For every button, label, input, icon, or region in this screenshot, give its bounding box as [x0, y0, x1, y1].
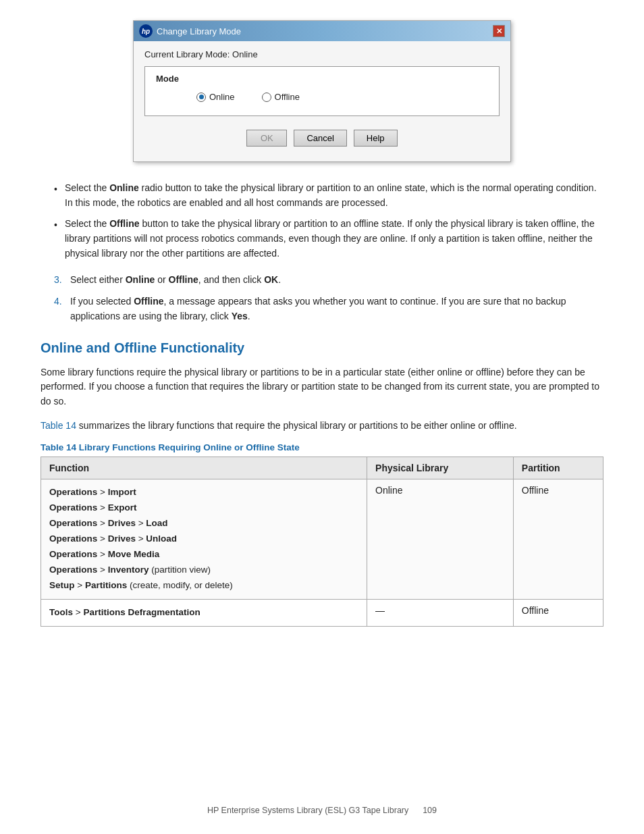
dialog-buttons: OK Cancel Help	[144, 126, 500, 153]
section-body: Some library functions require the physi…	[41, 365, 603, 409]
step-4: 4. If you selected Offline, a message ap…	[41, 294, 603, 323]
radio-offline[interactable]: Offline	[262, 92, 300, 102]
dialog-titlebar: hp Change Library Mode ✕	[134, 21, 510, 41]
table-cell-function-1: Operations > Import Operations > Export …	[41, 479, 367, 600]
func-line-8: Tools > Partitions Defragmentation	[49, 605, 358, 621]
close-button[interactable]: ✕	[493, 25, 505, 37]
library-functions-table: Function Physical Library Partition Oper…	[41, 457, 603, 627]
col-header-function: Function	[41, 457, 367, 479]
step-3-num: 3.	[54, 273, 70, 288]
table-row-2: Tools > Partitions Defragmentation — Off…	[41, 599, 603, 626]
step-3: 3. Select either Online or Offline, and …	[41, 273, 603, 288]
table-ref-paragraph: Table 14 summarizes the library function…	[41, 419, 603, 434]
table-cell-physical-2: —	[367, 599, 514, 626]
cancel-button[interactable]: Cancel	[294, 130, 346, 147]
func-line-7: Setup > Partitions (create, modify, or d…	[49, 578, 358, 594]
function-lines-2: Tools > Partitions Defragmentation	[49, 605, 358, 621]
change-library-mode-dialog: hp Change Library Mode ✕ Current Library…	[133, 20, 511, 162]
dialog-container: hp Change Library Mode ✕ Current Library…	[41, 20, 603, 162]
col-header-partition: Partition	[513, 457, 603, 479]
func-line-6: Operations > Inventory (partition view)	[49, 563, 358, 578]
func-line-3: Operations > Drives > Load	[49, 516, 358, 531]
step-4-num: 4.	[54, 294, 70, 323]
step-4-text: If you selected Offline, a message appea…	[70, 294, 603, 323]
bullet-item-2: • Select the Offline button to take the …	[54, 217, 603, 261]
section-heading: Online and Offline Functionality	[41, 340, 603, 356]
dialog-title-text: Change Library Mode	[157, 26, 241, 36]
page-number: 109	[423, 806, 437, 815]
dialog-title-left: hp Change Library Mode	[139, 24, 241, 38]
table-cell-partition-1: Offline	[513, 479, 603, 600]
mode-group: Mode Online Offline	[144, 66, 500, 116]
page-footer: HP Enterprise Systems Library (ESL) G3 T…	[0, 806, 644, 815]
ok-button[interactable]: OK	[246, 130, 287, 147]
table-header-row: Function Physical Library Partition	[41, 457, 603, 479]
func-line-4: Operations > Drives > Unload	[49, 531, 358, 547]
bullet-dot-1: •	[54, 182, 65, 210]
table-14-link[interactable]: Table 14	[41, 420, 76, 431]
bullet-dot-2: •	[54, 218, 65, 261]
footer-text: HP Enterprise Systems Library (ESL) G3 T…	[207, 806, 408, 815]
table-row-1: Operations > Import Operations > Export …	[41, 479, 603, 600]
dialog-body: Current Library Mode: Online Mode Online…	[134, 41, 510, 161]
current-mode-label: Current Library Mode: Online	[144, 49, 500, 59]
table-ref-text-2: summarizes the library functions that re…	[76, 420, 517, 431]
table-cell-function-2: Tools > Partitions Defragmentation	[41, 599, 367, 626]
radio-offline-label: Offline	[275, 92, 300, 102]
bullet-text-2: Select the Offline button to take the ph…	[65, 217, 603, 261]
table-cell-physical-1: Online	[367, 479, 514, 600]
func-line-5: Operations > Move Media	[49, 547, 358, 563]
bullet-text-1: Select the Online radio button to take t…	[65, 181, 603, 210]
radio-row: Online Offline	[156, 92, 488, 102]
bullet-section: • Select the Online radio button to take…	[41, 181, 603, 261]
numbered-steps: 3. Select either Online or Offline, and …	[41, 273, 603, 323]
table-cell-partition-2: Offline	[513, 599, 603, 626]
hp-logo-icon: hp	[139, 24, 153, 38]
help-button[interactable]: Help	[354, 130, 398, 147]
func-line-2: Operations > Export	[49, 500, 358, 516]
radio-offline-circle[interactable]	[262, 93, 271, 102]
step-3-text: Select either Online or Offline, and the…	[70, 273, 603, 288]
mode-group-legend: Mode	[156, 74, 488, 84]
radio-online-circle[interactable]	[196, 93, 206, 102]
radio-online-label: Online	[209, 92, 235, 102]
radio-online[interactable]: Online	[196, 92, 235, 102]
table-caption: Table 14 Library Functions Requiring Onl…	[41, 442, 603, 452]
func-line-1: Operations > Import	[49, 485, 358, 500]
bullet-item-1: • Select the Online radio button to take…	[54, 181, 603, 210]
function-lines-1: Operations > Import Operations > Export …	[49, 485, 358, 594]
col-header-physical-library: Physical Library	[367, 457, 514, 479]
